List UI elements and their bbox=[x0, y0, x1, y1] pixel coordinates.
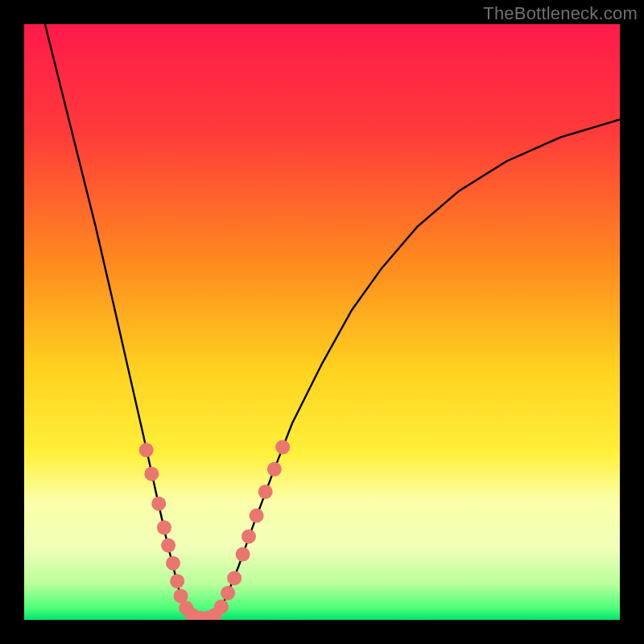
curve-marker bbox=[242, 529, 256, 543]
curve-marker bbox=[236, 547, 250, 562]
curve-marker bbox=[151, 497, 166, 511]
curve-marker bbox=[267, 462, 282, 477]
curve-marker bbox=[157, 520, 171, 535]
watermark-label: TheBottleneck.com bbox=[483, 3, 638, 24]
curve-marker bbox=[214, 600, 229, 614]
chart-frame: TheBottleneck.com bbox=[0, 0, 644, 644]
curve-marker bbox=[161, 539, 175, 553]
curve-marker bbox=[258, 485, 273, 499]
curve-marker bbox=[227, 571, 242, 585]
curve-marker bbox=[166, 556, 180, 571]
curve-marker bbox=[170, 574, 184, 588]
bottleneck-chart bbox=[24, 24, 620, 620]
curve-marker bbox=[221, 586, 235, 601]
curve-marker bbox=[250, 509, 264, 523]
curve-marker bbox=[139, 443, 154, 457]
curve-marker bbox=[275, 440, 290, 454]
curve-marker bbox=[144, 467, 159, 481]
gradient-background bbox=[24, 24, 620, 620]
plot-area bbox=[24, 24, 620, 620]
